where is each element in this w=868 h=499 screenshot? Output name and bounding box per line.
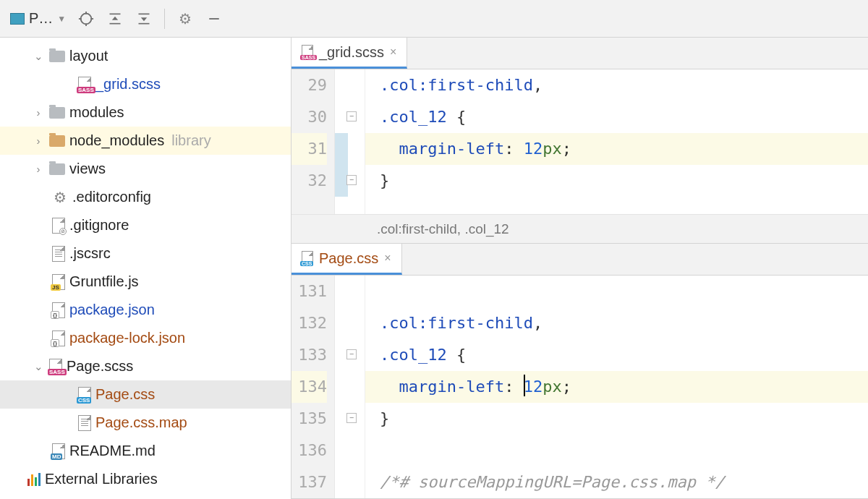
fold-icon[interactable]: − xyxy=(346,413,357,423)
tree-label: Page.css xyxy=(95,386,155,403)
close-icon[interactable]: × xyxy=(384,252,391,265)
sass-file-icon: SASS xyxy=(302,45,313,59)
line-number: 30 xyxy=(292,101,327,133)
minimize-icon[interactable] xyxy=(201,6,227,32)
json-file-icon: {} xyxy=(52,302,65,318)
folder-icon xyxy=(49,51,65,62)
svg-point-0 xyxy=(81,13,92,24)
tree-label: modules xyxy=(69,104,124,121)
tab-label: _grid.scss xyxy=(319,44,384,61)
folder-icon xyxy=(49,135,65,147)
file-icon: ⊘ xyxy=(52,218,65,234)
collapse-all-icon[interactable] xyxy=(131,6,157,32)
settings-icon[interactable]: ⚙ xyxy=(172,6,198,32)
tree-file-readme[interactable]: MD README.md xyxy=(0,437,291,465)
editors-column: SASS _grid.scss × 29 30 31 32 − − xyxy=(292,38,868,499)
json-file-icon: {} xyxy=(52,330,65,346)
chevron-down-icon: ⌄ xyxy=(32,360,45,373)
svg-marker-6 xyxy=(112,16,118,20)
tree-file-package-lock[interactable]: {} package-lock.json xyxy=(0,324,291,352)
locate-icon[interactable] xyxy=(73,6,99,32)
tree-file-grid-scss[interactable]: SASS _grid.scss xyxy=(0,70,291,98)
line-number: 29 xyxy=(292,69,327,101)
code-line[interactable]: } xyxy=(365,403,868,435)
line-number: 135 xyxy=(292,403,327,435)
tree-file-page-css[interactable]: CSS Page.css xyxy=(0,380,291,409)
code-lines[interactable]: .col:first-child, .col_12 { margin-left:… xyxy=(365,69,868,214)
code-line[interactable]: margin-left: 12px; xyxy=(365,133,868,165)
line-number: 132 xyxy=(292,307,327,339)
project-tree: ⌄ layout SASS _grid.scss › modules › nod… xyxy=(0,38,292,499)
md-file-icon: MD xyxy=(52,443,65,459)
line-number: 31 xyxy=(292,133,327,165)
gutter: 29 30 31 32 xyxy=(292,69,335,214)
tree-folder-views[interactable]: › views xyxy=(0,155,291,183)
svg-marker-9 xyxy=(141,17,147,21)
tree-file-page-scss[interactable]: ⌄ SASS Page.scss xyxy=(0,352,291,380)
code-line[interactable]: .col_12 { xyxy=(365,339,868,371)
line-number: 137 xyxy=(292,466,327,498)
code-area[interactable]: 131 132 133 134 135 136 137 138 − − .col… xyxy=(292,276,868,498)
line-number: 133 xyxy=(292,339,327,371)
tree-file-page-css-map[interactable]: Page.css.map xyxy=(0,409,291,437)
project-icon xyxy=(10,13,25,25)
folder-icon xyxy=(49,163,65,175)
tree-label: Page.css.map xyxy=(95,414,187,431)
fold-icon[interactable]: − xyxy=(346,175,357,185)
chevron-right-icon: › xyxy=(32,163,45,175)
tree-external-libraries[interactable]: External Libraries xyxy=(0,465,291,493)
tree-label: Gruntfile.js xyxy=(69,273,139,290)
tree-label: package.json xyxy=(69,302,155,318)
gutter: 131 132 133 134 135 136 137 138 xyxy=(292,276,335,498)
tree-file-gitignore[interactable]: ⊘ .gitignore xyxy=(0,211,291,239)
project-selector[interactable]: P… ▼ xyxy=(6,10,70,27)
line-number: 134 xyxy=(292,371,327,403)
breadcrumb[interactable]: .col:first-child, .col_12 xyxy=(292,214,868,243)
tree-suffix: library xyxy=(171,132,210,149)
code-line[interactable] xyxy=(365,276,868,307)
fold-icon[interactable]: − xyxy=(346,111,357,121)
editor-pane-bottom: CSS Page.css × 131 132 133 134 135 136 1… xyxy=(292,244,868,499)
tree-label: External Libraries xyxy=(45,471,158,487)
code-line[interactable]: /*# sourceMappingURL=Page.css.map */ xyxy=(365,466,868,498)
libraries-icon xyxy=(27,473,41,486)
code-line[interactable]: } xyxy=(365,165,868,197)
close-icon[interactable]: × xyxy=(390,46,396,59)
chevron-down-icon: ⌄ xyxy=(32,50,45,63)
code-line[interactable]: .col:first-child, xyxy=(365,69,868,101)
line-number: 32 xyxy=(292,165,327,197)
folder-icon xyxy=(49,107,65,119)
fold-icon[interactable]: − xyxy=(346,349,357,359)
tab-page-css[interactable]: CSS Page.css × xyxy=(292,244,402,275)
code-line[interactable]: margin-left: 12px; xyxy=(365,371,868,403)
tree-folder-modules[interactable]: › modules xyxy=(0,98,291,127)
tree-label: package-lock.json xyxy=(69,330,185,346)
tree-label: views xyxy=(69,161,106,177)
tree-label: Page.scss xyxy=(67,358,133,375)
code-line[interactable]: .col_12 { xyxy=(365,101,868,133)
tree-file-editorconfig[interactable]: ⚙ .editorconfig xyxy=(0,183,291,211)
project-label: P… xyxy=(29,10,53,27)
code-line[interactable]: .col:first-child, xyxy=(365,307,868,339)
svg-rect-5 xyxy=(110,13,121,14)
tree-label: README.md xyxy=(69,443,156,459)
expand-all-icon[interactable] xyxy=(102,6,128,32)
tree-label: .editorconfig xyxy=(72,189,151,205)
css-file-icon: CSS xyxy=(78,387,91,403)
line-number: 136 xyxy=(292,435,327,466)
tree-file-jscsrc[interactable]: .jscsrc xyxy=(0,239,291,268)
tree-label: node_modules xyxy=(69,132,164,149)
tab-grid-scss[interactable]: SASS _grid.scss × xyxy=(292,38,407,69)
tree-file-gruntfile[interactable]: JS Gruntfile.js xyxy=(0,268,291,296)
tree-folder-layout[interactable]: ⌄ layout xyxy=(0,42,291,70)
gear-icon: ⚙ xyxy=(52,189,68,206)
tree-file-package-json[interactable]: {} package.json xyxy=(0,296,291,324)
code-line[interactable] xyxy=(365,435,868,466)
code-area[interactable]: 29 30 31 32 − − .col:first-child, .col_1… xyxy=(292,69,868,214)
svg-rect-7 xyxy=(110,22,121,24)
tree-folder-node-modules[interactable]: › node_modules library xyxy=(0,127,291,155)
code-lines[interactable]: .col:first-child, .col_12 { margin-left:… xyxy=(365,276,868,498)
tree-label: .jscsrc xyxy=(69,245,111,262)
toolbar: P… ▼ ⚙ xyxy=(0,0,868,38)
tree-label: _grid.scss xyxy=(95,76,161,93)
